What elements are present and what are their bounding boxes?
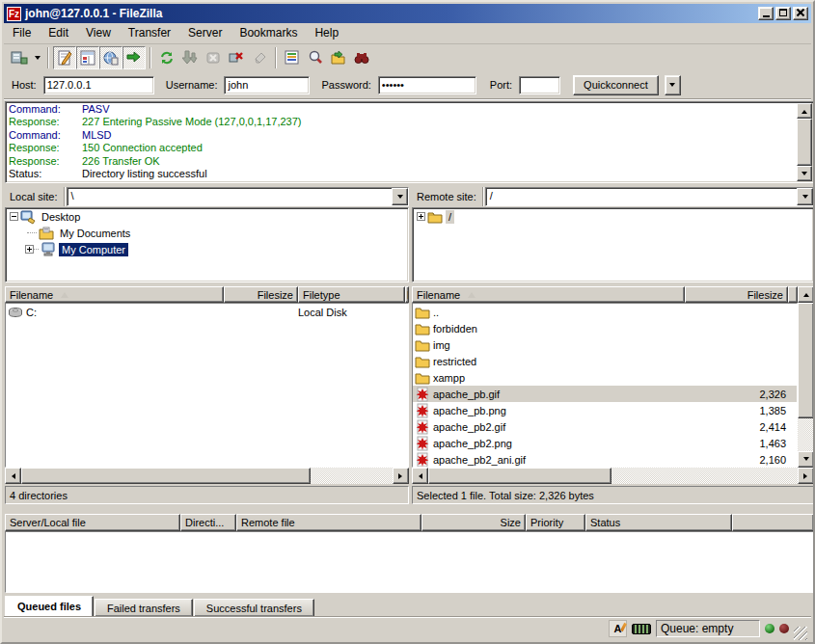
quickconnect-button[interactable]: Quickconnect <box>573 75 659 95</box>
file-row-selected[interactable]: apache_pb.gif2,326 <box>413 386 797 402</box>
scrollbar-thumb[interactable] <box>21 468 311 484</box>
remote-vscrollbar[interactable] <box>798 286 814 468</box>
remote-site-combo[interactable]: / <box>485 187 814 206</box>
expand-icon[interactable] <box>25 245 34 254</box>
quickconnect-dropdown[interactable] <box>665 75 681 95</box>
column-filename[interactable]: Filename <box>5 286 224 303</box>
local-site-dropdown[interactable] <box>392 188 408 205</box>
host-input[interactable] <box>43 76 154 94</box>
log-scrollbar[interactable] <box>797 103 812 181</box>
scrollbar-thumb[interactable] <box>798 303 814 418</box>
expand-icon[interactable] <box>417 212 425 221</box>
file-row[interactable]: apache_pb2.png1,463 <box>413 435 797 451</box>
process-queue-button[interactable] <box>178 46 202 69</box>
eraser-icon <box>252 50 267 66</box>
column-size[interactable]: Size <box>421 514 526 531</box>
scrollbar-thumb[interactable] <box>797 119 812 166</box>
scroll-left-button[interactable] <box>412 468 428 484</box>
column-filesize[interactable]: Filesize <box>685 286 788 303</box>
file-row[interactable]: xampp <box>413 369 797 386</box>
column-server-local-file[interactable]: Server/Local file <box>5 514 180 531</box>
file-row[interactable]: apache_pb2.gif2,414 <box>413 418 797 435</box>
toggle-queue-button[interactable] <box>122 46 146 69</box>
file-row[interactable]: apache_pb2_ani.gif2,160 <box>413 451 797 468</box>
column-direction[interactable]: Directi... <box>180 514 236 531</box>
transfer-type-icon[interactable]: A <box>609 620 627 637</box>
collapse-icon[interactable] <box>10 212 18 221</box>
site-manager-button[interactable] <box>8 46 31 69</box>
folder-icon <box>427 209 443 225</box>
scroll-up-button[interactable] <box>797 103 812 119</box>
resize-grip[interactable] <box>794 627 807 640</box>
scrollbar-thumb[interactable] <box>428 468 611 484</box>
file-row[interactable]: restricted <box>413 353 797 369</box>
file-row[interactable]: forbidden <box>413 320 797 336</box>
site-manager-dropdown[interactable] <box>31 47 43 68</box>
tree-item-my-computer[interactable]: My Computer <box>6 241 408 257</box>
close-button[interactable] <box>793 7 808 20</box>
filter-button[interactable] <box>281 46 304 69</box>
local-site-combo[interactable]: \ <box>67 187 409 206</box>
menu-view[interactable]: View <box>77 24 120 41</box>
column-filesize[interactable]: Filesize <box>224 286 298 303</box>
toggle-remote-tree-button[interactable] <box>99 46 122 69</box>
maximize-button[interactable] <box>775 7 791 20</box>
menu-file[interactable]: File <box>4 24 40 41</box>
menu-server[interactable]: Server <box>179 24 231 41</box>
scroll-right-button[interactable] <box>393 468 409 484</box>
menu-bookmarks[interactable]: Bookmarks <box>231 24 306 41</box>
toggle-log-button[interactable] <box>53 46 76 69</box>
tab-queued-files[interactable]: Queued files <box>5 596 94 617</box>
username-input[interactable] <box>224 76 310 94</box>
toggle-local-tree-button[interactable] <box>76 46 99 69</box>
chevron-down-icon <box>802 195 808 201</box>
tab-successful-transfers[interactable]: Successful transfers <box>194 599 314 617</box>
tree-item-root[interactable]: / <box>413 208 813 225</box>
remote-tree-icon <box>103 50 119 66</box>
menu-transfer[interactable]: Transfer <box>120 24 179 41</box>
queue-list[interactable] <box>5 531 814 593</box>
folder-icon <box>415 305 430 320</box>
scroll-down-button[interactable] <box>797 166 812 181</box>
menu-edit[interactable]: Edit <box>40 24 77 41</box>
log-lines: Command:PASV Response:227 Entering Passi… <box>6 102 797 182</box>
remote-tree: / <box>412 207 814 282</box>
column-filetype[interactable]: Filetype <box>298 286 405 303</box>
tree-item-desktop[interactable]: Desktop <box>6 208 408 225</box>
cancel-button[interactable] <box>202 46 225 69</box>
minimize-button[interactable] <box>758 7 774 20</box>
compare-button[interactable] <box>304 46 327 69</box>
remote-file-list: .. forbidden img restricted xampp apache… <box>412 303 798 468</box>
remote-site-dropdown[interactable] <box>797 188 813 205</box>
scrollbar-track[interactable] <box>311 468 393 484</box>
column-remote-file[interactable]: Remote file <box>236 514 421 531</box>
tab-failed-transfers[interactable]: Failed transfers <box>95 599 193 617</box>
scrollbar-track[interactable] <box>611 468 798 484</box>
file-row[interactable]: apache_pb.png1,385 <box>413 402 797 418</box>
file-row[interactable]: img <box>413 336 797 353</box>
local-hscrollbar[interactable] <box>5 468 409 484</box>
scroll-left-button[interactable] <box>5 468 21 484</box>
column-status[interactable]: Status <box>585 514 732 531</box>
column-priority[interactable]: Priority <box>526 514 585 531</box>
speed-limit-icon[interactable] <box>632 624 651 634</box>
refresh-button[interactable] <box>155 46 178 69</box>
column-last-modified[interactable]: L <box>405 286 409 303</box>
column-filename[interactable]: Filename <box>412 286 685 303</box>
tree-item-my-documents[interactable]: My Documents <box>6 225 408 241</box>
remote-hscrollbar[interactable] <box>412 468 814 484</box>
disconnect-button[interactable] <box>225 46 248 69</box>
scroll-right-button[interactable] <box>798 468 814 484</box>
cancel-icon <box>205 50 221 66</box>
clear-queue-button[interactable] <box>248 46 271 69</box>
file-row[interactable]: .. <box>413 304 797 320</box>
menu-help[interactable]: Help <box>306 24 347 41</box>
find-files-button[interactable] <box>350 46 373 69</box>
file-row[interactable]: C: Local Disk <box>6 304 408 320</box>
password-input[interactable] <box>378 76 476 94</box>
port-input[interactable] <box>519 76 560 94</box>
title-bar[interactable]: Fz john@127.0.0.1 - FileZilla <box>4 4 811 23</box>
sync-browse-button[interactable] <box>327 46 350 69</box>
scroll-down-button[interactable] <box>798 451 814 468</box>
scroll-up-button[interactable] <box>798 286 814 303</box>
